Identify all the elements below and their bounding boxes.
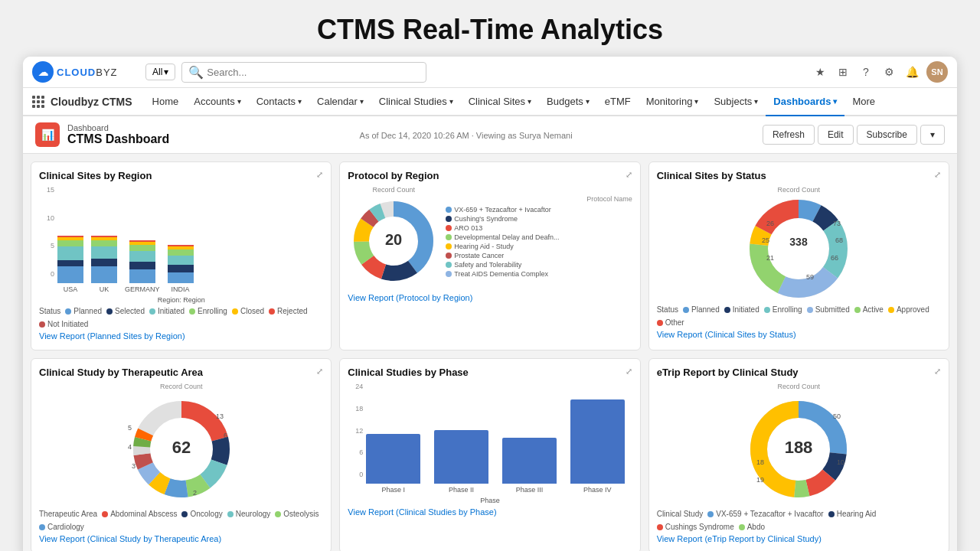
nav-item-accounts[interactable]: Accounts ▾ [186, 88, 248, 116]
svg-text:10: 10 [837, 458, 844, 466]
svg-text:21: 21 [766, 254, 774, 262]
nav-item-home[interactable]: Home [145, 88, 187, 116]
sites-by-status-donut-area: Record Count [657, 186, 941, 302]
page-title: CTMS Real-Time Analytics [0, 0, 980, 57]
sites-by-region-legend: Status Planned Selected Initiated Enroll… [39, 307, 323, 328]
svg-text:73: 73 [833, 220, 841, 227]
study-by-ta-donut: 62 13 6 5 4 3 2 [124, 392, 239, 507]
chevron-down-icon: ▾ [164, 67, 168, 77]
nav-item-budgets[interactable]: Budgets ▾ [539, 88, 597, 116]
chevron-icon: ▾ [237, 97, 241, 106]
more-options-button[interactable]: ▾ [920, 125, 945, 145]
navbar: Cloudbyz CTMS Home Accounts ▾ Contacts ▾… [23, 88, 957, 116]
etrip-donut: 188 50 10 18 19 [741, 392, 856, 507]
logo-area: ☁ CLOUDBYZ [32, 61, 139, 83]
sites-by-status-donut: 338 73 68 66 59 21 25 26 [745, 195, 852, 302]
phase-x-axis-label: Phase [348, 497, 632, 504]
expand-icon[interactable]: ⤢ [626, 170, 632, 180]
nav-item-clinical-sites[interactable]: Clinical Sites ▾ [461, 88, 539, 116]
chevron-icon: ▾ [449, 97, 453, 106]
svg-text:25: 25 [762, 236, 769, 244]
studies-by-phase-title: Clinical Studies by Phase [348, 367, 632, 378]
etrip-donut-area: Record Count 188 50 10 [657, 383, 941, 507]
dashboard-header: 📊 Dashboard CTMS Dashboard As of Dec 14,… [23, 116, 957, 154]
bar-group-uk: UK [91, 236, 117, 293]
svg-text:20: 20 [385, 231, 402, 248]
expand-icon[interactable]: ⤢ [316, 170, 323, 180]
grid-apps-icon[interactable]: ⊞ [835, 64, 851, 80]
notification-icon[interactable]: 🔔 [903, 64, 920, 80]
nav-item-subjects[interactable]: Subjects ▾ [706, 88, 766, 116]
svg-text:50: 50 [833, 412, 841, 420]
search-input[interactable] [207, 67, 420, 78]
nav-item-clinical-studies[interactable]: Clinical Studies ▾ [371, 88, 461, 116]
phase-bar-4: Phase IV [570, 399, 625, 494]
svg-text:18: 18 [756, 458, 764, 466]
logo-text: CLOUDBYZ [57, 67, 118, 78]
phase-bar-3: Phase III [502, 438, 557, 494]
refresh-button[interactable]: Refresh [763, 125, 815, 145]
view-report-study-by-ta[interactable]: View Report (Clinical Study by Therapeut… [39, 534, 221, 543]
star-icon[interactable]: ★ [812, 64, 828, 80]
expand-icon[interactable]: ⤢ [934, 367, 941, 377]
protocol-by-region-card: Protocol by Region ⤢ Record Count [339, 161, 640, 350]
topbar-icons: ★ ⊞ ? ⚙ 🔔 SN [812, 61, 948, 83]
sites-by-status-card: Clinical Sites by Status ⤢ Record Count [648, 161, 949, 350]
all-dropdown[interactable]: All ▾ [145, 64, 175, 80]
nav-item-dashboards[interactable]: Dashboards ▾ [766, 88, 844, 116]
view-report-studies-by-phase[interactable]: View Report (Clinical Studies by Phase) [348, 507, 496, 517]
study-by-ta-title: Clinical Study by Therapeutic Area [39, 367, 323, 378]
nav-item-monitoring[interactable]: Monitoring ▾ [639, 88, 707, 116]
expand-icon[interactable]: ⤢ [316, 367, 323, 377]
subscribe-button[interactable]: Subscribe [857, 125, 917, 145]
dash-header-left: 📊 Dashboard CTMS Dashboard [35, 122, 169, 147]
nav-item-calendar[interactable]: Calendar ▾ [309, 88, 371, 116]
sites-by-region-card: Clinical Sites by Region ⤢ 0 5 10 15 [31, 161, 332, 350]
avatar[interactable]: SN [926, 61, 948, 83]
svg-text:3: 3 [132, 462, 136, 470]
svg-text:13: 13 [216, 412, 224, 420]
svg-text:338: 338 [790, 236, 808, 248]
studies-by-phase-card: Clinical Studies by Phase ⤢ 0 6 12 18 24… [339, 358, 640, 551]
view-report-etrip[interactable]: View Report (eTrip Report by Clinical St… [657, 534, 822, 543]
expand-icon[interactable]: ⤢ [626, 367, 632, 377]
dashboard-icon: 📊 [35, 122, 60, 147]
phase-bar-1: Phase I [366, 434, 420, 494]
help-icon[interactable]: ? [858, 64, 874, 80]
dash-title-area: Dashboard CTMS Dashboard [67, 123, 169, 146]
view-report-protocol-by-region[interactable]: View Report (Protocol by Region) [348, 293, 472, 302]
sites-by-region-title: Clinical Sites by Region [39, 170, 323, 181]
etrip-report-card: eTrip Report by Clinical Study ⤢ Record … [648, 358, 949, 551]
expand-icon[interactable]: ⤢ [934, 170, 941, 180]
svg-text:4: 4 [128, 443, 132, 451]
dashboard-body: Clinical Sites by Region ⤢ 0 5 10 15 [23, 154, 957, 551]
app-name: Cloudbyz CTMS [51, 96, 132, 108]
svg-text:6: 6 [224, 432, 227, 439]
chevron-icon: ▾ [694, 97, 698, 106]
dashboard-actions: Refresh Edit Subscribe ▾ [763, 125, 945, 145]
protocol-by-region-title: Protocol by Region [348, 170, 632, 181]
svg-text:19: 19 [756, 476, 764, 484]
view-report-sites-by-status[interactable]: View Report (Clinical Sites by Status) [657, 330, 796, 339]
etrip-report-title: eTrip Report by Clinical Study [657, 367, 941, 378]
view-report-sites-by-region[interactable]: View Report (Planned Sites by Region) [39, 331, 185, 341]
edit-button[interactable]: Edit [818, 125, 854, 145]
bar-group-usa: USA [57, 236, 83, 293]
x-axis-label: Region: Region [39, 296, 323, 304]
protocol-legend: Protocol Name VX-659 + Tezacaftor + Ivac… [446, 195, 632, 278]
chevron-icon: ▾ [833, 97, 837, 106]
logo-icon: ☁ [32, 61, 54, 83]
sites-by-status-title: Clinical Sites by Status [657, 170, 941, 181]
more-button[interactable]: More [844, 88, 883, 115]
phase-bar-2: Phase II [434, 430, 488, 494]
protocol-donut-chart: 20 [348, 195, 439, 287]
svg-text:26: 26 [766, 220, 774, 227]
nav-item-etmf[interactable]: eTMF [597, 88, 639, 116]
nav-item-contacts[interactable]: Contacts ▾ [249, 88, 309, 116]
study-by-ta-legend: Therapeutic Area Abdominal Abscess Oncol… [39, 510, 323, 531]
study-by-ta-card: Clinical Study by Therapeutic Area ⤢ Rec… [31, 358, 332, 551]
settings-icon[interactable]: ⚙ [880, 64, 897, 80]
svg-text:66: 66 [831, 254, 838, 262]
svg-text:68: 68 [835, 236, 843, 244]
app-grid-icon[interactable] [32, 96, 44, 108]
